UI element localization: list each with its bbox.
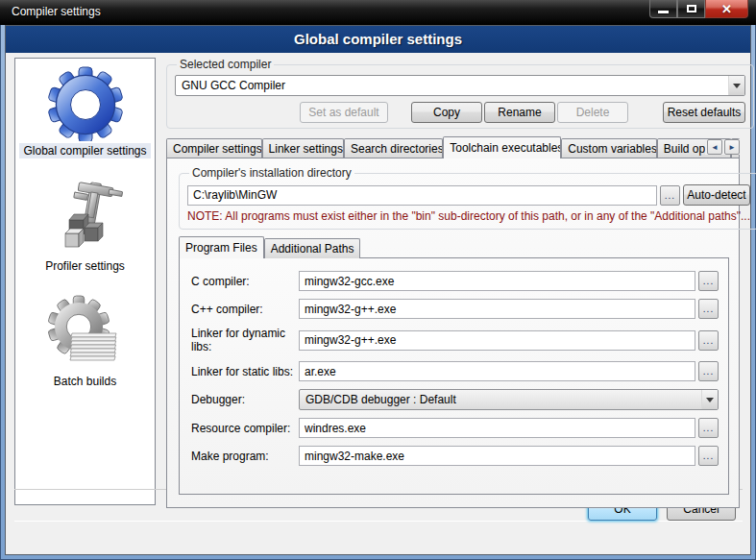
make-program-input[interactable]	[299, 446, 695, 466]
maximize-icon	[687, 5, 696, 12]
tab-compiler-settings[interactable]: Compiler settings	[166, 138, 262, 158]
delete-button[interactable]: Delete	[557, 102, 628, 123]
reset-defaults-button[interactable]: Reset defaults	[663, 102, 745, 123]
field-label: Make program:	[191, 450, 299, 463]
field-row-cpp-compiler: C++ compiler: ...	[191, 299, 719, 319]
browse-resource-compiler-button[interactable]: ...	[698, 418, 719, 438]
minimize-button[interactable]	[649, 0, 677, 18]
tab-program-files[interactable]: Program Files	[179, 236, 264, 258]
main-panel: Selected compiler GNU GCC Compiler Set a…	[166, 58, 744, 538]
field-label: Linker for dynamic libs:	[191, 327, 299, 353]
program-files-tabstrip: Program Files Additional Paths	[179, 237, 727, 258]
program-files-page: C compiler: ... C++ compiler: ... Linker…	[179, 257, 729, 495]
field-label: Linker for static libs:	[191, 365, 299, 378]
tab-linker-settings[interactable]: Linker settings	[262, 138, 344, 158]
close-button[interactable]: ✕	[705, 0, 748, 18]
chevron-down-icon	[706, 398, 714, 402]
static-linker-input[interactable]	[299, 361, 695, 381]
selected-compiler-group: Selected compiler GNU GCC Compiler Set a…	[166, 58, 754, 129]
selected-compiler-legend: Selected compiler	[177, 58, 274, 71]
tab-search-directories[interactable]: Search directories	[344, 138, 443, 158]
tab-scroll-left-button[interactable]: ◄	[707, 139, 722, 155]
arrow-right-icon: ►	[728, 143, 736, 152]
compiler-select-value: GNU GCC Compiler	[176, 76, 728, 95]
tab-scrollers: ◄ ►	[705, 139, 740, 155]
field-row-debugger: Debugger: GDB/CDB debugger : Default	[191, 389, 719, 410]
browse-static-linker-button[interactable]: ...	[698, 361, 719, 381]
installation-directory-group: Compiler's installation directory ... Au…	[179, 166, 756, 230]
browse-directory-button[interactable]: ...	[660, 185, 680, 206]
sidebar-item-label: Batch builds	[50, 374, 120, 389]
installation-directory-legend: Compiler's installation directory	[189, 166, 354, 180]
sidebar-item-label: Global compiler settings	[19, 143, 150, 158]
gear-blue-icon	[47, 64, 124, 141]
debugger-select-value: GDB/CDB debugger : Default	[300, 390, 701, 409]
field-row-resource-compiler: Resource compiler: ...	[191, 418, 719, 438]
browse-make-program-button[interactable]: ...	[698, 446, 719, 466]
field-label: C compiler:	[191, 275, 299, 288]
field-label: Debugger:	[191, 393, 299, 406]
browse-dynamic-linker-button[interactable]: ...	[698, 330, 719, 351]
sidebar-item-label: Profiler settings	[41, 258, 129, 274]
gear-batch-icon	[47, 295, 124, 372]
cpp-compiler-input[interactable]	[299, 299, 695, 319]
debugger-select[interactable]: GDB/CDB debugger : Default	[299, 389, 719, 410]
field-row-static-linker: Linker for static libs: ...	[191, 361, 719, 381]
compiler-settings-window: Compiler settings ✕ Global compiler sett…	[0, 0, 756, 560]
toolchain-executables-page: Compiler's installation directory ... Au…	[166, 158, 740, 508]
tab-scroll-right-button[interactable]: ►	[724, 139, 740, 155]
arrow-left-icon: ◄	[711, 143, 719, 152]
installation-directory-row: ... Auto-detect	[187, 184, 750, 206]
browse-c-compiler-button[interactable]: ...	[698, 271, 719, 291]
field-row-make-program: Make program: ...	[191, 446, 719, 466]
set-as-default-button[interactable]: Set as default	[300, 102, 388, 123]
dialog-body: Global compiler settings	[5, 25, 751, 555]
compiler-select[interactable]: GNU GCC Compiler	[175, 75, 745, 96]
dynamic-linker-input[interactable]	[299, 330, 695, 351]
c-compiler-input[interactable]	[299, 271, 695, 291]
page-title: Global compiler settings	[6, 26, 750, 53]
tab-custom-variables[interactable]: Custom variables	[561, 138, 657, 158]
titlebar[interactable]: Compiler settings ✕	[0, 0, 756, 25]
sidebar-item-profiler-settings[interactable]: Profiler settings	[41, 180, 129, 274]
resource-compiler-input[interactable]	[299, 418, 695, 438]
copy-button[interactable]: Copy	[411, 102, 482, 123]
chevron-down-icon	[733, 84, 741, 88]
compiler-actions: Set as default Copy Rename Delete Reset …	[175, 102, 745, 123]
maximize-button[interactable]	[677, 0, 705, 18]
bin-subdirectory-note: NOTE: All programs must exist either in …	[187, 209, 750, 223]
settings-tabstrip: Compiler settings Linker settings Search…	[166, 136, 740, 158]
caliper-icon	[46, 180, 123, 256]
close-icon: ✕	[721, 2, 732, 16]
tab-additional-paths[interactable]: Additional Paths	[264, 238, 361, 258]
rename-button[interactable]: Rename	[484, 102, 555, 123]
browse-cpp-compiler-button[interactable]: ...	[698, 299, 719, 319]
sidebar-item-batch-builds[interactable]: Batch builds	[47, 295, 124, 389]
auto-detect-button[interactable]: Auto-detect	[683, 184, 750, 206]
debugger-select-dropdown-button[interactable]	[701, 390, 718, 409]
tab-toolchain-executables[interactable]: Toolchain executables	[443, 136, 561, 158]
minimize-icon	[658, 11, 669, 13]
installation-directory-input[interactable]	[187, 185, 657, 206]
caption-buttons: ✕	[649, 0, 748, 18]
compiler-select-dropdown-button[interactable]	[728, 76, 744, 95]
field-row-c-compiler: C compiler: ...	[191, 271, 719, 291]
window-title: Compiler settings	[12, 5, 101, 18]
field-label: Resource compiler:	[191, 422, 299, 435]
sidebar-item-global-compiler-settings[interactable]: Global compiler settings	[19, 64, 150, 158]
field-row-dynamic-linker: Linker for dynamic libs: ...	[191, 327, 719, 353]
field-label: C++ compiler:	[191, 303, 299, 316]
settings-category-list: Global compiler settings	[14, 58, 156, 505]
